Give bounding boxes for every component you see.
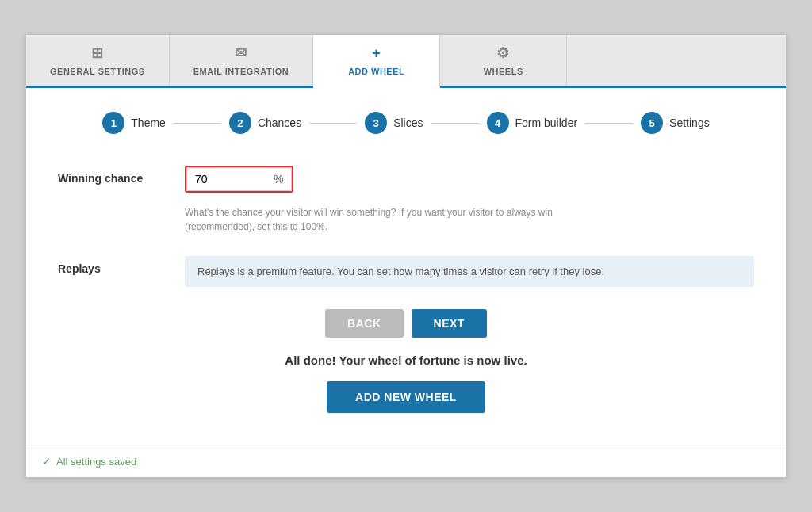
step-4-circle: 4 — [487, 112, 509, 134]
back-button[interactable]: BACK — [325, 309, 403, 338]
step-1-label: Theme — [131, 117, 166, 129]
step-connector-4 — [585, 123, 633, 124]
step-2-label: Chances — [258, 117, 301, 129]
tab-add-wheel[interactable]: + ADD WHEEL — [313, 35, 440, 88]
winning-chance-row: Winning chance % What's the chance your … — [58, 166, 754, 234]
step-2: 2 Chances — [229, 112, 301, 134]
tab-general-settings[interactable]: ⊞ GENERAL SETTINGS — [26, 35, 170, 86]
tab-bar: ⊞ GENERAL SETTINGS ✉ EMAIL INTEGRATION +… — [26, 35, 786, 88]
wheels-icon: ⚙ — [496, 44, 510, 62]
step-4: 4 Form builder — [487, 112, 578, 134]
check-icon: ✓ — [42, 455, 52, 468]
step-2-circle: 2 — [229, 112, 251, 134]
replays-premium-box: Replays is a premium feature. You can se… — [185, 256, 754, 287]
nav-button-row: BACK NEXT — [58, 309, 754, 338]
tab-email-integration-label: EMAIL INTEGRATION — [193, 67, 289, 76]
step-3-circle: 3 — [365, 112, 387, 134]
replays-row: Replays Replays is a premium feature. Yo… — [58, 256, 754, 287]
next-button[interactable]: NEXT — [412, 309, 487, 338]
email-icon: ✉ — [235, 44, 247, 62]
winning-chance-input[interactable] — [186, 167, 266, 191]
step-5: 5 Settings — [641, 112, 710, 134]
footer-status: All settings saved — [56, 456, 136, 468]
step-connector-1 — [174, 123, 221, 124]
plus-icon: + — [372, 45, 381, 62]
winning-chance-input-wrapper: % — [185, 166, 293, 193]
step-3-label: Slices — [393, 117, 423, 129]
tab-wheels-label: WHEELS — [484, 67, 523, 76]
app-window: ⊞ GENERAL SETTINGS ✉ EMAIL INTEGRATION +… — [25, 34, 787, 478]
step-5-circle: 5 — [641, 112, 663, 134]
tab-wheels[interactable]: ⚙ WHEELS — [440, 35, 567, 86]
footer: ✓ All settings saved — [26, 445, 786, 477]
step-4-label: Form builder — [515, 117, 578, 129]
general-settings-icon: ⊞ — [91, 44, 104, 62]
step-wizard: 1 Theme 2 Chances 3 Slices 4 — [58, 112, 754, 134]
tab-add-wheel-label: ADD WHEEL — [348, 67, 404, 76]
percent-sign: % — [266, 167, 292, 191]
winning-chance-label: Winning chance — [58, 166, 185, 185]
replays-label: Replays — [58, 256, 185, 275]
step-connector-3 — [431, 123, 479, 124]
content-area: 1 Theme 2 Chances 3 Slices 4 — [26, 88, 786, 437]
step-connector-2 — [309, 123, 357, 124]
winning-chance-field: % What's the chance your visitor will wi… — [185, 166, 754, 234]
add-new-wheel-button[interactable]: ADD NEW WHEEL — [327, 381, 485, 413]
step-5-label: Settings — [669, 117, 710, 129]
step-1-circle: 1 — [102, 112, 124, 134]
tab-general-settings-label: GENERAL SETTINGS — [50, 67, 145, 76]
success-message: All done! Your wheel of fortune is now l… — [58, 353, 754, 367]
tab-email-integration[interactable]: ✉ EMAIL INTEGRATION — [170, 35, 314, 86]
winning-chance-hint: What's the chance your visitor will win … — [185, 205, 581, 234]
step-3: 3 Slices — [365, 112, 423, 134]
step-1: 1 Theme — [102, 112, 166, 134]
